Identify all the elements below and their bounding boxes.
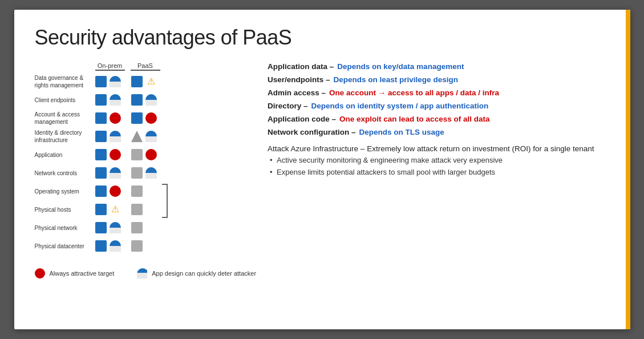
table-row: Operating system xyxy=(35,183,257,200)
feature-label: Application code – xyxy=(268,115,336,123)
row-label: Client endpoints xyxy=(35,96,95,104)
attack-bullet: Active security monitoring & engineering… xyxy=(268,155,609,166)
svg-marker-0 xyxy=(131,131,143,142)
gray-square-icon xyxy=(131,240,143,252)
red-circle-icon xyxy=(110,149,121,160)
row-label: Network controls xyxy=(35,170,95,177)
attack-title: Attack Azure Infrastructure – Extremely … xyxy=(268,144,609,153)
half-circle-legend-icon xyxy=(137,268,147,279)
gray-square-icon xyxy=(131,185,143,197)
row-label: Physical datacenter xyxy=(35,243,95,250)
red-circle-icon xyxy=(110,185,121,197)
red-circle-legend-icon xyxy=(35,268,45,279)
gray-square-icon xyxy=(131,204,143,215)
table-row: Client endpoints xyxy=(35,91,257,108)
half-circle-blue-icon xyxy=(110,76,121,87)
blue-square-icon xyxy=(131,94,143,106)
blue-square-icon xyxy=(95,222,107,233)
slide: Security advantages of PaaS On-prem PaaS… xyxy=(14,10,630,329)
row-label: Physical hosts xyxy=(35,206,95,213)
table-row: Physical datacenter xyxy=(35,237,257,255)
feature-value: Depends on identity system / app authent… xyxy=(311,102,489,110)
attack-bullets: Active security monitoring & engineering… xyxy=(268,155,609,177)
attack-section: Attack Azure Infrastructure – Extremely … xyxy=(268,144,609,177)
table-row: Physical hosts ⚠ xyxy=(35,201,257,218)
row-label: Operating system xyxy=(35,188,95,195)
legend-label-blue: App design can quickly deter attacker xyxy=(152,270,256,277)
feature-value: Depends on key/data management xyxy=(337,62,464,71)
attack-title-normal: Extremely low attack return on investmen… xyxy=(367,144,594,153)
red-circle-icon xyxy=(145,112,157,124)
paas-header: PaaS xyxy=(131,62,160,69)
half-circle-blue-icon xyxy=(110,94,121,106)
feature-label: Admin access – xyxy=(268,88,326,97)
feature-value: Depends on TLS usage xyxy=(359,128,444,136)
half-circle-blue-icon xyxy=(145,94,157,106)
right-content: Application data – Depends on key/data m… xyxy=(256,62,609,279)
warning-icon: ⚠ xyxy=(147,77,155,86)
blue-square-icon xyxy=(95,112,107,124)
half-diamond-icon xyxy=(131,131,143,142)
blue-square-icon xyxy=(131,76,143,87)
feature-label: Network configuration – xyxy=(268,128,356,136)
content-area: On-prem PaaS Data governance & rights ma… xyxy=(35,62,610,279)
feature-value: One account → access to all apps / data … xyxy=(329,88,499,97)
row-label: Data governance & rights management xyxy=(35,74,95,89)
half-circle-blue-icon xyxy=(110,222,121,233)
blue-square-icon xyxy=(131,112,143,124)
table-row: Identity & directory infrastructure xyxy=(35,128,257,145)
feature-value: Depends on least privilege design xyxy=(334,75,458,84)
blue-square-icon xyxy=(95,131,107,142)
legend: Always attractive target App design can … xyxy=(35,264,257,279)
feature-label: Directory – xyxy=(268,102,308,110)
legend-item-red: Always attractive target xyxy=(35,268,115,279)
blue-square-icon xyxy=(95,185,107,197)
row-label: Physical network xyxy=(35,224,95,232)
half-circle-blue-icon xyxy=(145,131,157,142)
feature-list: Application data – Depends on key/data m… xyxy=(268,62,609,136)
legend-label-red: Always attractive target xyxy=(50,270,115,277)
blue-square-icon xyxy=(95,167,107,179)
blue-square-icon xyxy=(95,204,107,215)
feature-item: Network configuration – Depends on TLS u… xyxy=(268,128,609,136)
table-row: Data governance & rights management ⚠ xyxy=(35,73,257,90)
feature-item: Application data – Depends on key/data m… xyxy=(268,62,609,71)
responsibility-table: On-prem PaaS Data governance & rights ma… xyxy=(35,62,257,279)
gray-square-icon xyxy=(131,149,143,160)
row-label: Identity & directory infrastructure xyxy=(35,129,95,144)
row-label: Account & access management xyxy=(35,111,95,126)
warning-icon: ⚠ xyxy=(111,205,119,214)
attack-title-bold: Attack Azure Infrastructure – xyxy=(268,144,364,153)
table-row: Network controls xyxy=(35,164,257,181)
row-label: Application xyxy=(35,151,95,159)
blue-square-icon xyxy=(95,94,107,106)
half-circle-blue-icon xyxy=(110,131,121,142)
red-circle-icon xyxy=(145,149,157,160)
table-row: Physical network xyxy=(35,219,257,236)
feature-label: Application data – xyxy=(268,62,334,71)
red-circle-icon xyxy=(110,112,121,124)
half-circle-blue-icon xyxy=(110,167,121,179)
blue-square-icon xyxy=(95,149,107,160)
slide-title: Security advantages of PaaS xyxy=(35,26,610,50)
attack-bullet: Expense limits potential attackers to sm… xyxy=(268,167,609,177)
onprem-header: On-prem xyxy=(95,62,125,69)
table-row: Application xyxy=(35,146,257,163)
feature-item: User/endpoints – Depends on least privil… xyxy=(268,75,609,84)
feature-value: One exploit can lead to access of all da… xyxy=(339,115,489,123)
accent-bar xyxy=(626,10,630,329)
feature-label: User/endpoints – xyxy=(268,75,330,84)
half-circle-blue-icon xyxy=(145,167,157,179)
gray-square-icon xyxy=(131,222,143,233)
feature-item: Application code – One exploit can lead … xyxy=(268,115,609,123)
feature-item: Admin access – One account → access to a… xyxy=(268,88,609,97)
feature-item: Directory – Depends on identity system /… xyxy=(268,102,609,110)
blue-square-icon xyxy=(95,76,107,87)
blue-square-icon xyxy=(95,240,107,252)
gray-square-icon xyxy=(131,167,143,179)
legend-item-blue: App design can quickly deter attacker xyxy=(137,268,256,279)
half-circle-blue-icon xyxy=(110,240,121,252)
table-row: Account & access management xyxy=(35,110,257,127)
